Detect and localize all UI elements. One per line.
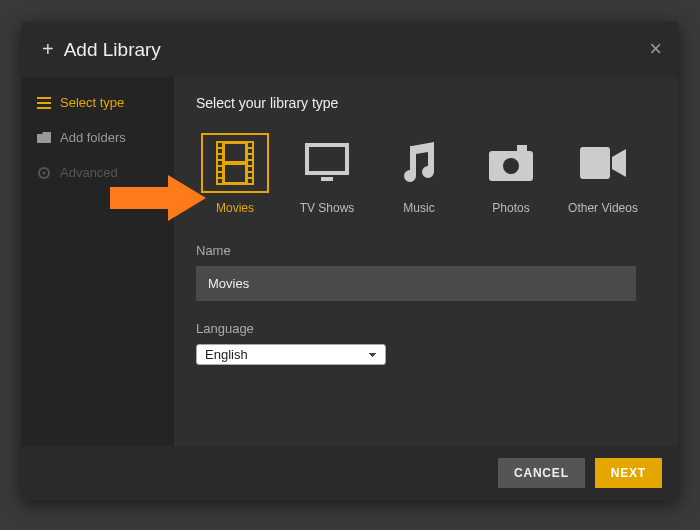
sidebar-item-add-folders[interactable]: Add folders bbox=[22, 120, 174, 155]
folder-icon bbox=[36, 132, 52, 144]
type-card-tvshows[interactable]: TV Shows bbox=[288, 133, 366, 215]
language-label: Language bbox=[196, 321, 656, 336]
modal-title: Add Library bbox=[64, 39, 161, 61]
type-card-music[interactable]: Music bbox=[380, 133, 458, 215]
svg-rect-14 bbox=[248, 149, 252, 153]
cancel-button[interactable]: CANCEL bbox=[498, 458, 585, 488]
type-label: TV Shows bbox=[300, 201, 355, 215]
main-title: Select your library type bbox=[196, 95, 656, 111]
svg-rect-16 bbox=[248, 161, 252, 165]
svg-rect-18 bbox=[248, 173, 252, 177]
camera-icon bbox=[477, 133, 545, 193]
name-field-group: Name bbox=[196, 243, 656, 301]
type-label: Movies bbox=[216, 201, 254, 215]
next-button[interactable]: NEXT bbox=[595, 458, 662, 488]
svg-rect-22 bbox=[307, 145, 347, 173]
language-select[interactable]: English bbox=[196, 344, 386, 365]
sidebar-item-select-type[interactable]: Select type bbox=[22, 85, 174, 120]
svg-rect-19 bbox=[248, 179, 252, 183]
modal-body: Select type Add folders Advanced Select … bbox=[22, 77, 678, 446]
sidebar-item-label: Add folders bbox=[60, 130, 126, 145]
music-icon bbox=[385, 133, 453, 193]
svg-point-26 bbox=[503, 158, 519, 174]
svg-rect-21 bbox=[225, 165, 245, 182]
sidebar: Select type Add folders Advanced bbox=[22, 77, 174, 446]
name-input[interactable] bbox=[196, 266, 636, 301]
type-card-photos[interactable]: Photos bbox=[472, 133, 550, 215]
sidebar-item-label: Select type bbox=[60, 95, 124, 110]
name-label: Name bbox=[196, 243, 656, 258]
svg-rect-17 bbox=[248, 167, 252, 171]
list-icon bbox=[36, 97, 52, 109]
svg-rect-15 bbox=[248, 155, 252, 159]
movies-icon bbox=[201, 133, 269, 193]
plus-icon: + bbox=[42, 38, 54, 61]
close-icon[interactable]: × bbox=[649, 36, 662, 62]
type-card-movies[interactable]: Movies bbox=[196, 133, 274, 215]
svg-rect-10 bbox=[218, 167, 222, 171]
svg-rect-9 bbox=[218, 161, 222, 165]
modal-header: + Add Library bbox=[22, 22, 678, 77]
svg-rect-23 bbox=[321, 177, 333, 181]
language-field-group: Language English bbox=[196, 321, 656, 365]
svg-rect-13 bbox=[248, 143, 252, 147]
svg-rect-27 bbox=[580, 147, 610, 179]
type-card-other[interactable]: Other Videos bbox=[564, 133, 642, 215]
type-label: Music bbox=[403, 201, 434, 215]
tv-icon bbox=[293, 133, 361, 193]
svg-rect-12 bbox=[218, 179, 222, 183]
svg-rect-25 bbox=[517, 145, 527, 151]
video-icon bbox=[569, 133, 637, 193]
add-library-modal: + Add Library × Select type Add folders bbox=[22, 22, 678, 500]
gear-icon bbox=[36, 166, 52, 180]
main-panel: Select your library type Movies TV Shows bbox=[174, 77, 678, 446]
type-label: Photos bbox=[492, 201, 529, 215]
library-type-row: Movies TV Shows Music bbox=[196, 133, 656, 215]
svg-rect-20 bbox=[225, 144, 245, 161]
svg-rect-7 bbox=[218, 149, 222, 153]
annotation-arrow bbox=[110, 175, 206, 221]
modal-footer: CANCEL NEXT bbox=[22, 446, 678, 500]
svg-point-4 bbox=[43, 171, 46, 174]
svg-rect-11 bbox=[218, 173, 222, 177]
type-label: Other Videos bbox=[568, 201, 638, 215]
svg-rect-8 bbox=[218, 155, 222, 159]
svg-rect-6 bbox=[218, 143, 222, 147]
svg-rect-28 bbox=[110, 187, 170, 209]
